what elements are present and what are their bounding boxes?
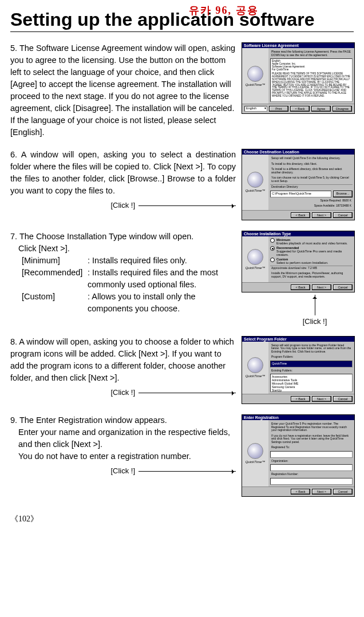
step-7-click-indicator: [Click !] (242, 295, 354, 326)
dialog-license-agreement: Software License Agreement QuickTime™ Pl… (242, 42, 355, 114)
dialog-destination: Choose Destination Location QuickTime™ S… (242, 149, 355, 220)
dest-dir-label: Destination Directory (270, 184, 353, 189)
dialog-program-folder: Select Program Folder QuickTime™ Setup w… (242, 336, 355, 405)
browse-button[interactable]: Browse... (333, 191, 353, 197)
dialog-title: Choose Installation Type (242, 231, 354, 236)
registration-number-label: Registration Number: (270, 472, 353, 477)
dialog-title: Enter Registration (242, 415, 354, 420)
step-6-number: 6. (10, 150, 17, 159)
radio-minimum[interactable]: MinimumEnables playback of most audio an… (270, 238, 353, 245)
disagree-button[interactable]: Disagree (333, 106, 352, 112)
step-7-line2: Click [Next >]. (10, 243, 236, 255)
registered-to-label: Registered To: (270, 445, 353, 450)
step-8: 8. A window will open, asking you to cho… (10, 336, 354, 405)
quicktime-label: QuickTime™ (246, 460, 266, 464)
quicktime-logo-icon (247, 66, 263, 82)
program-folders-label: Program Folders: (270, 355, 353, 359)
step-9-number: 9. (10, 416, 17, 425)
arrow-right-icon (139, 393, 236, 393)
license-note: Please read the following License Agreem… (270, 50, 353, 57)
registration-number-field[interactable] (270, 478, 353, 485)
print-button[interactable]: Print (269, 106, 288, 112)
back-button[interactable]: < Back (291, 396, 310, 402)
dest-note-2: To install to this directory, click Next… (270, 162, 353, 167)
step-9: 9. The Enter Registration window appears… (10, 414, 354, 497)
click-label: [Click !] (110, 466, 135, 477)
page-number: 102 (10, 514, 354, 524)
radio-recommended[interactable]: RecommendedSuggested for QuickTime Pro u… (270, 246, 353, 256)
page-title: Setting up the application software (10, 9, 354, 32)
next-button[interactable]: Next > (312, 489, 331, 495)
license-textbox: English Apple Computer, Inc. Software Li… (270, 58, 353, 102)
cancel-button[interactable]: Cancel (333, 212, 353, 218)
watermark: 유카 96, 공용 (189, 3, 259, 17)
organization-label: Organization: (270, 459, 353, 464)
click-label: [Click !] (110, 387, 135, 398)
next-button[interactable]: Next > (312, 284, 331, 290)
registered-to-field[interactable] (270, 451, 353, 458)
dialog-title: Choose Destination Location (242, 149, 354, 155)
opt-custom-desc: : Allows you to install only the compone… (88, 291, 236, 315)
organization-field[interactable] (270, 464, 353, 471)
dest-path-field[interactable]: C:\Program Files\QuickTime (270, 191, 331, 197)
step-5-number: 5. (10, 43, 17, 53)
quicktime-logo-icon (247, 357, 263, 373)
radio-custom[interactable]: CustomSelect to perform custom Installat… (270, 258, 353, 264)
quicktime-label: QuickTime™ (246, 189, 266, 192)
opt-recommended-desc: : Installs required files and the most c… (88, 267, 236, 291)
step-7: 7. The Choose Installation Type window w… (10, 231, 354, 326)
next-button[interactable]: Next > (312, 396, 331, 402)
step-8-text: A window will open, asking you to choose… (10, 337, 234, 382)
quicktime-logo-icon (247, 249, 263, 265)
dest-note-1: Setup will install QuickTime 5 in the fo… (270, 156, 353, 161)
dialog-title: Select Program Folder (242, 337, 354, 342)
step-5-text: The Software License Agreement window wi… (10, 43, 235, 137)
existing-folders-label: Existing Folders: (270, 369, 353, 373)
dest-note-4: You can choose not to install QuickTime … (270, 176, 353, 183)
dialog-registration: Enter Registration QuickTime™ Enter your… (242, 414, 355, 497)
click-label: [Click !] (110, 200, 135, 211)
step-8-click-indicator: [Click !] (10, 387, 236, 398)
language-select[interactable]: English (244, 106, 267, 112)
quicktime-label: QuickTime™ (246, 266, 266, 270)
existing-folders-list[interactable]: Accessories Administrative Tools Microso… (270, 374, 353, 392)
dest-note-3: To install to a different directory, cli… (270, 167, 353, 175)
step-9-line1: The Enter Registration window appears. (19, 416, 167, 425)
step-7-number: 7. (10, 232, 17, 241)
cancel-button[interactable]: Cancel (333, 396, 353, 402)
quicktime-label: QuickTime™ (246, 83, 266, 86)
back-button[interactable]: < Back (291, 284, 310, 290)
quicktime-logo-icon (247, 172, 263, 188)
dialog-install-type: Choose Installation Type QuickTime™ Mini… (242, 231, 355, 292)
arrow-right-icon (139, 471, 236, 472)
step-8-number: 8. (10, 337, 17, 346)
opt-custom-label: [Custom] (22, 291, 88, 315)
agree-button[interactable]: Agree (311, 106, 331, 112)
back-button[interactable]: < Back (290, 106, 310, 112)
cancel-button[interactable]: Cancel (333, 489, 353, 495)
step-7-line1: The Choose Installation Type window will… (19, 232, 193, 241)
program-folder-field[interactable]: QuickTime (270, 361, 353, 367)
opt-minimum-label: [Minimum] (22, 255, 88, 267)
arrow-right-icon (139, 205, 236, 206)
step-6: 6. A window will open, asking you to sel… (10, 149, 354, 220)
back-button[interactable]: < Back (291, 489, 310, 495)
quicktime-label: QuickTime™ (246, 374, 266, 378)
arrow-up-icon (315, 295, 315, 315)
cancel-button[interactable]: Cancel (333, 284, 353, 290)
approx-size: Approximate download size: 7.2 MB (270, 266, 353, 271)
opt-recommended-label: [Recommended] (22, 267, 88, 291)
dialog-title: Software License Agreement (242, 43, 354, 48)
opt-minimum-desc: : Installs required files only. (88, 255, 236, 267)
back-button[interactable]: < Back (291, 212, 310, 218)
reg-note-2: If you do not have a registration number… (270, 434, 353, 445)
installs-desc: Installs the Minimum packages, PictureVi… (270, 271, 353, 279)
next-button[interactable]: Next > (312, 212, 331, 218)
quicktime-logo-icon (247, 443, 263, 459)
space-required: Space Required: 8600 K (270, 199, 353, 203)
reg-note-1: Enter your QuickTime 5 Pro registration … (270, 422, 353, 433)
step-5: 5. The Software License Agreement window… (10, 42, 354, 139)
step-9-line2: Enter your name and organization in the … (10, 426, 236, 450)
folder-note: Setup will add program icons to the Prog… (270, 343, 353, 354)
step-9-click-indicator: [Click !] (10, 466, 236, 477)
